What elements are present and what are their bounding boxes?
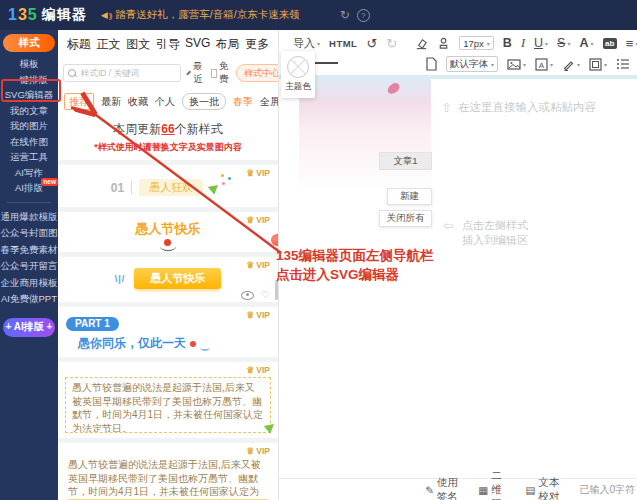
strikethrough-button[interactable]: S▾ xyxy=(557,36,570,50)
like-heart-icon[interactable]: ♡ xyxy=(261,290,270,300)
change-batch-button[interactable]: 换一批 xyxy=(182,93,226,110)
sidebar-item-business-templates[interactable]: 企业商用模板 xyxy=(0,275,58,292)
filter-newest[interactable]: 最新 xyxy=(101,95,121,109)
chevron-down-icon: ▾ xyxy=(590,40,593,47)
sidebar-item-templates[interactable]: 模板 xyxy=(0,56,58,72)
redo-icon[interactable]: ↻ xyxy=(386,36,397,51)
align-icon: ≡ xyxy=(626,36,634,51)
sidebar-item-hot-templates[interactable]: 通用爆款模版 xyxy=(0,209,58,226)
format-brush-icon[interactable] xyxy=(437,37,450,50)
free-checkbox[interactable]: 免费 xyxy=(211,60,232,86)
use-signature-button[interactable]: ✎使用签名 xyxy=(425,476,460,500)
font-size-select[interactable]: 17px▾ xyxy=(459,36,494,50)
bold-button[interactable]: B xyxy=(503,36,512,50)
search-box[interactable] xyxy=(63,64,181,82)
tab-title[interactable]: 标题 xyxy=(64,36,94,53)
html-button[interactable]: HTML xyxy=(329,38,357,49)
chevron-down-icon: ▾ xyxy=(491,61,494,68)
align-button[interactable]: ≡▾ xyxy=(626,36,637,51)
font-color-button[interactable]: A▾ xyxy=(579,36,593,50)
sidebar-item-my-images[interactable]: 我的图片 xyxy=(0,118,58,134)
sidebar-item-operation-tools[interactable]: 运营工具 xyxy=(0,149,58,165)
sidebar-divider xyxy=(7,202,51,203)
article-tab-1[interactable]: 文章1 xyxy=(379,152,432,170)
sidebar-item-my-articles[interactable]: 我的文章 xyxy=(0,103,58,119)
left-arrow-icon: ⇦ xyxy=(443,218,454,248)
theme-color-icon xyxy=(287,56,309,78)
vip-badge: ♛VIP xyxy=(246,446,270,456)
weekly-notice: 本周更新66个新样式 *样式使用时请替换文字及实景图内容 xyxy=(58,116,278,160)
new-page-icon[interactable] xyxy=(425,57,437,71)
container-button[interactable]: ▾ xyxy=(589,58,607,71)
sidebar-item-ai-ppt[interactable]: AI免费做PPT xyxy=(0,291,58,308)
sidebar-item-online-drawing[interactable]: 在线作图 xyxy=(0,134,58,150)
ordered-list-icon xyxy=(616,58,630,70)
sidebar-item-spring-assets[interactable]: 春季免费素材 xyxy=(0,242,58,259)
filter-personal[interactable]: 个人 xyxy=(155,95,175,109)
chevron-down-icon: ▾ xyxy=(577,61,580,68)
crown-icon: ♛ xyxy=(246,261,254,270)
tab-body[interactable]: 正文 xyxy=(94,36,124,53)
editor-placeholder-hint: ⇧ 在这里直接输入或粘贴内容 xyxy=(441,100,596,115)
recent-filter[interactable]: 最近 xyxy=(186,60,206,86)
qr-code-button[interactable]: ▦二维码 xyxy=(478,469,507,500)
recent-icon xyxy=(186,71,191,76)
font-family-select[interactable]: 默认字体▾ xyxy=(446,56,498,72)
undo-icon[interactable]: ↺ xyxy=(366,36,377,51)
new-badge: new xyxy=(41,178,58,186)
background-color-button[interactable]: ab xyxy=(603,38,617,49)
style-card[interactable]: ♛VIP 愚人节快乐 xyxy=(58,212,278,252)
filter-recommended[interactable]: 推荐 xyxy=(64,93,94,110)
style-card[interactable]: ♛VIP PART 1 愚你同乐，仅此一天 xyxy=(58,307,278,357)
search-input[interactable] xyxy=(79,67,176,79)
logo[interactable]: 1 3 5 编辑器 xyxy=(8,6,87,24)
logo-text: 编辑器 xyxy=(42,6,87,24)
pen-tool-button[interactable]: ▾ xyxy=(562,58,580,71)
filter-row: 推荐 最新 收藏 个人 换一批 春季 全屏写作 xyxy=(58,88,278,116)
filter-spring[interactable]: 春季 xyxy=(233,95,253,109)
theme-color-widget[interactable]: 主题色 xyxy=(281,51,315,98)
style-card[interactable]: ♛VIP \|/ 愚人节快乐 ♡ xyxy=(58,257,278,302)
ai-layout-button[interactable]: + AI排版 + xyxy=(3,318,55,337)
refresh-icon[interactable]: ↻ xyxy=(340,8,350,22)
up-arrow-icon: ⇧ xyxy=(441,100,452,115)
announcement-text[interactable]: 踏青送好礼，露营车/音箱/京东卡速来领 xyxy=(115,8,299,22)
views-eye-icon[interactable] xyxy=(241,291,254,300)
style-card[interactable]: ♛VIP 愚人节较普遍的说法是起源于法国,后来又被英国早期移民带到了美国也称万愚… xyxy=(58,362,278,438)
sidebar-item-open-comments[interactable]: 公众号开留言 xyxy=(0,258,58,275)
notice-warning: *样式使用时请替换文字及实景图内容 xyxy=(58,141,278,154)
new-article-button[interactable]: 新建 xyxy=(387,188,432,205)
italic-button[interactable]: I xyxy=(521,36,525,51)
svg-text:A: A xyxy=(539,60,545,69)
sidebar-item-ai-layout[interactable]: AI排版 new xyxy=(0,180,58,196)
import-button[interactable]: 导入▾ xyxy=(293,36,320,51)
sidebar-item-styles[interactable]: 样式 xyxy=(3,34,55,52)
underline-button[interactable]: U▾ xyxy=(534,36,548,50)
filter-favorites[interactable]: 收藏 xyxy=(128,95,148,109)
clear-format-eraser-icon[interactable] xyxy=(415,37,428,50)
topbar-icons: ↻ ? xyxy=(340,8,370,22)
tab-more[interactable]: 更多 xyxy=(242,36,272,53)
text-style-button[interactable]: A▾ xyxy=(535,58,553,71)
vip-badge: ♛VIP xyxy=(246,310,270,320)
tab-image-text[interactable]: 图文 xyxy=(123,36,153,53)
insert-image-button[interactable]: ▾ xyxy=(507,58,526,71)
style-card[interactable]: ♛VIP 愚人节较普遍的说法是起源于法国,后来又被英国早期移民带到了美国也称万愚… xyxy=(58,443,278,500)
blue-arc-icon xyxy=(200,344,210,351)
search-row: 最近 免费 样式中心 xyxy=(58,57,278,88)
confetti-icon xyxy=(222,182,225,185)
pen-icon xyxy=(562,58,575,71)
proofread-button[interactable]: ▤文本校对 xyxy=(525,476,561,500)
style-card[interactable]: ♛VIP 01 愚人狂欢 xyxy=(58,165,278,207)
help-icon[interactable]: ? xyxy=(357,9,370,22)
style-list: 本周更新66个新样式 *样式使用时请替换文字及实景图内容 ♛VIP 01 愚人狂… xyxy=(58,116,278,500)
container-icon xyxy=(589,58,602,71)
logo-digit-5: 5 xyxy=(28,6,38,24)
close-all-button[interactable]: 关闭所有 xyxy=(379,210,432,227)
tab-svg[interactable]: SVG xyxy=(183,36,213,53)
ordered-list-button[interactable] xyxy=(616,58,630,70)
tab-layout[interactable]: 布局 xyxy=(213,36,243,53)
sidebar-item-cover-images[interactable]: 公众号封面图 xyxy=(0,225,58,242)
tab-guide[interactable]: 引导 xyxy=(153,36,183,53)
megaphone-icon: ◀)) xyxy=(101,10,112,20)
